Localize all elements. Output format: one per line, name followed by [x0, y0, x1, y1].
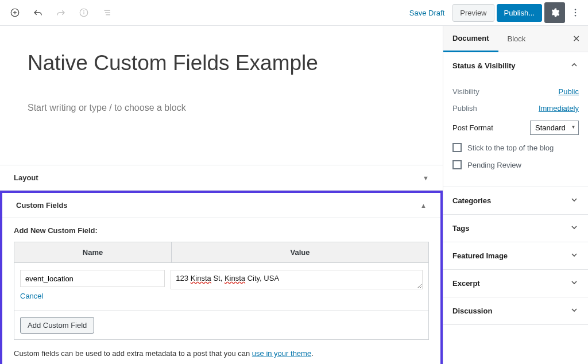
svg-point-9: [575, 9, 577, 10]
settings-button[interactable]: [544, 2, 565, 23]
undo-button[interactable]: [28, 2, 48, 23]
cf-help: Custom fields can be used to add extra m…: [14, 349, 429, 358]
panel-status-body: Visibility Public Publish Immediately Po…: [443, 87, 588, 187]
publish-label: Publish: [452, 104, 477, 113]
post-format-select[interactable]: Standard: [530, 121, 579, 135]
toolbar-left: [5, 2, 117, 23]
cf-name-col: Cancel: [20, 270, 165, 300]
row-pending[interactable]: Pending Review: [452, 160, 579, 169]
panel-discussion: Discussion: [443, 297, 588, 325]
panel-discussion-title: Discussion: [452, 307, 492, 315]
visibility-label: Visibility: [452, 87, 479, 96]
cf-add-wrap: Add Custom Field: [14, 311, 428, 339]
editor-body: Native Custom Fields Example Start writi…: [0, 26, 443, 125]
panel-excerpt-head[interactable]: Excerpt: [443, 270, 588, 297]
row-visibility: Visibility Public: [452, 87, 579, 96]
preview-button[interactable]: Preview: [452, 4, 494, 22]
panel-categories-title: Categories: [452, 196, 491, 205]
tab-block[interactable]: Block: [498, 26, 535, 51]
svg-point-11: [575, 15, 577, 17]
more-options-button[interactable]: [567, 2, 583, 23]
chevron-down-icon: [570, 250, 579, 261]
chevron-down-icon: [570, 278, 579, 289]
svg-point-10: [575, 12, 577, 14]
panel-status-title: Status & Visibility: [452, 61, 516, 70]
cf-help-link[interactable]: use in your theme: [252, 349, 311, 358]
checkbox-icon: [452, 160, 462, 169]
panel-tags-title: Tags: [452, 224, 469, 233]
list-icon: [102, 7, 112, 18]
metabox-cf-header[interactable]: Custom Fields ▲: [2, 193, 440, 218]
main-layout: Native Custom Fields Example Start writi…: [0, 26, 588, 364]
gear-icon: [550, 7, 560, 18]
panel-featured-head[interactable]: Featured Image: [443, 242, 588, 269]
cf-name-input[interactable]: [20, 270, 165, 287]
chevron-down-icon: [570, 305, 579, 316]
triangle-down-icon: ▼: [423, 175, 429, 181]
save-draft-button[interactable]: Save Draft: [404, 4, 450, 22]
panel-tags: Tags: [443, 215, 588, 242]
settings-sidebar: Document Block ✕ Status & Visibility Vis…: [443, 26, 588, 364]
redo-icon: [56, 7, 66, 18]
stick-label: Stick to the top of the blog: [467, 144, 554, 152]
block-placeholder[interactable]: Start writing or type / to choose a bloc…: [28, 103, 415, 113]
panel-featured: Featured Image: [443, 242, 588, 270]
info-button: [74, 2, 94, 23]
metabox-layout-header[interactable]: Layout ▼: [0, 165, 443, 190]
metaboxes: Layout ▼ Custom Fields ▲ Add New Custom …: [0, 165, 443, 364]
post-format-select-wrap: Standard: [530, 121, 579, 135]
panel-status-head[interactable]: Status & Visibility: [443, 52, 588, 79]
top-toolbar: Save Draft Preview Publish...: [0, 0, 588, 26]
checkbox-icon: [452, 143, 462, 152]
cf-help-period: .: [311, 349, 314, 358]
add-block-button[interactable]: [5, 2, 25, 23]
cf-value-col: 123 Kinsta St, Kinsta City, USA: [171, 270, 423, 291]
metabox-cf-title: Custom Fields: [16, 201, 68, 210]
dots-vertical-icon: [570, 7, 581, 18]
cf-body: Add New Custom Field: Name Value Cancel: [2, 218, 440, 364]
svg-point-5: [84, 11, 84, 11]
redo-button: [51, 2, 71, 23]
cf-col-name: Name: [14, 242, 172, 262]
row-post-format: Post Format Standard: [452, 121, 579, 135]
cf-tbody: Cancel 123 Kinsta St, Kinsta City, USA: [14, 263, 428, 311]
publish-value-link[interactable]: Immediately: [539, 104, 579, 113]
close-icon: ✕: [572, 34, 580, 44]
publish-button[interactable]: Publish...: [497, 4, 542, 22]
chevron-down-icon: [570, 195, 579, 206]
info-icon: [79, 7, 89, 18]
row-publish: Publish Immediately: [452, 104, 579, 113]
tab-document[interactable]: Document: [443, 26, 498, 52]
panel-status: Status & Visibility Visibility Public Pu…: [443, 52, 588, 187]
cf-add-button[interactable]: Add Custom Field: [20, 317, 94, 334]
chevron-up-icon: [570, 60, 579, 71]
visibility-value-link[interactable]: Public: [559, 87, 579, 96]
sidebar-close-button[interactable]: ✕: [564, 33, 588, 44]
metabox-layout-title: Layout: [14, 173, 38, 182]
cf-table: Name Value Cancel 123 Kinsta: [14, 242, 429, 340]
toolbar-right: Save Draft Preview Publish...: [404, 2, 583, 23]
cf-add-new-label: Add New Custom Field:: [14, 226, 429, 235]
cf-value-wrap: 123 Kinsta St, Kinsta City, USA: [171, 270, 423, 291]
undo-icon: [33, 7, 43, 18]
panel-categories: Categories: [443, 187, 588, 215]
pending-label: Pending Review: [467, 161, 521, 169]
panel-categories-head[interactable]: Categories: [443, 187, 588, 214]
panel-discussion-head[interactable]: Discussion: [443, 297, 588, 324]
post-title[interactable]: Native Custom Fields Example: [28, 51, 415, 75]
panel-tags-head[interactable]: Tags: [443, 215, 588, 242]
metabox-custom-fields: Custom Fields ▲ Add New Custom Field: Na…: [0, 191, 443, 364]
outline-button: [96, 2, 117, 23]
chevron-down-icon: [570, 223, 579, 234]
sidebar-tabs: Document Block ✕: [443, 26, 588, 52]
editor-column: Native Custom Fields Example Start writi…: [0, 26, 443, 364]
panel-featured-title: Featured Image: [452, 251, 508, 260]
row-stick[interactable]: Stick to the top of the blog: [452, 143, 579, 152]
post-format-label: Post Format: [452, 123, 493, 132]
panel-excerpt-title: Excerpt: [452, 279, 480, 288]
cf-help-text: Custom fields can be used to add extra m…: [14, 349, 252, 358]
cf-col-value: Value: [172, 242, 428, 262]
cf-thead: Name Value: [14, 242, 428, 263]
cf-cancel-link[interactable]: Cancel: [20, 292, 43, 300]
cf-value-textarea[interactable]: [171, 270, 423, 289]
